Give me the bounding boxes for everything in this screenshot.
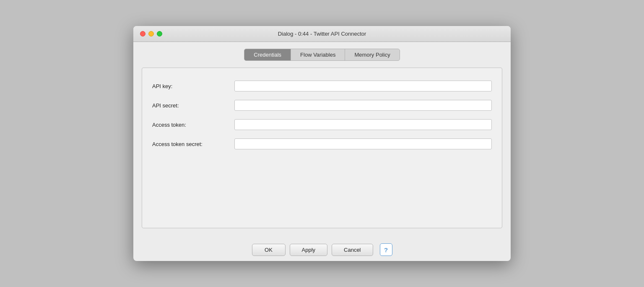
- access-token-secret-label: Access token secret:: [152, 141, 228, 147]
- tab-flow-variables[interactable]: Flow Variables: [291, 49, 345, 60]
- ok-button[interactable]: OK: [252, 244, 286, 256]
- help-button[interactable]: ?: [380, 243, 392, 256]
- access-token-secret-input[interactable]: [234, 138, 492, 149]
- form-row-access-token-secret: Access token secret:: [152, 138, 492, 149]
- api-secret-label: API secret:: [152, 102, 228, 109]
- bottom-bar: OK Apply Cancel ?: [133, 237, 511, 261]
- traffic-lights: [140, 31, 162, 37]
- title-bar: Dialog - 0:44 - Twitter API Connector: [133, 26, 511, 42]
- window-title: Dialog - 0:44 - Twitter API Connector: [278, 31, 366, 37]
- access-token-label: Access token:: [152, 122, 228, 128]
- form-row-api-secret: API secret:: [152, 100, 492, 111]
- apply-button[interactable]: Apply: [290, 244, 328, 256]
- tab-memory-policy[interactable]: Memory Policy: [345, 49, 399, 60]
- minimize-button[interactable]: [148, 31, 154, 37]
- tab-credentials[interactable]: Credentials: [244, 49, 291, 60]
- content-panel: API key: API secret: Access token: Acces…: [142, 68, 502, 228]
- dialog-window: Dialog - 0:44 - Twitter API Connector Cr…: [133, 26, 511, 261]
- form-row-api-key: API key:: [152, 81, 492, 91]
- api-key-input[interactable]: [234, 81, 492, 91]
- api-key-label: API key:: [152, 83, 228, 89]
- tabs-bar: Credentials Flow Variables Memory Policy: [142, 49, 502, 61]
- form-row-access-token: Access token:: [152, 119, 492, 130]
- close-button[interactable]: [140, 31, 145, 37]
- api-secret-input[interactable]: [234, 100, 492, 111]
- tabs-container: Credentials Flow Variables Memory Policy: [244, 49, 400, 61]
- maximize-button[interactable]: [157, 31, 162, 37]
- access-token-input[interactable]: [234, 119, 492, 130]
- cancel-button[interactable]: Cancel: [332, 244, 373, 256]
- window-body: Credentials Flow Variables Memory Policy…: [133, 42, 511, 237]
